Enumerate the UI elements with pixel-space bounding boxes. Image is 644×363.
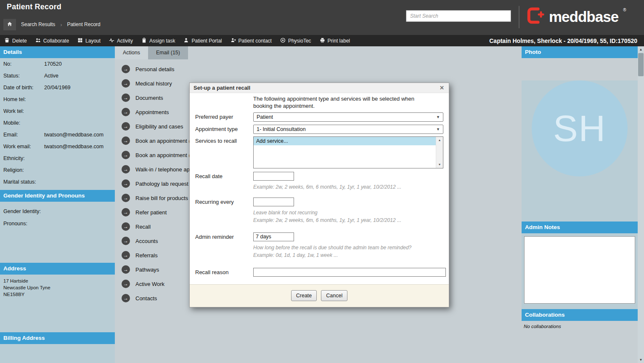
- address-line-1: 17 Hartside: [3, 278, 115, 284]
- tab-actions[interactable]: Actions: [115, 46, 148, 59]
- scroll-up-icon[interactable]: ▲: [638, 46, 644, 53]
- activity-button[interactable]: Activity: [109, 37, 133, 44]
- patient-record-page: Patient Record Search Results › Patient …: [0, 0, 644, 363]
- arrow-circle-icon: →: [122, 194, 130, 202]
- page-scrollbar[interactable]: ▲ ▼: [638, 46, 644, 363]
- center-tabs: Actions Email (15): [115, 46, 522, 59]
- preferred-payer-label: Preferred payer: [195, 112, 253, 122]
- recall-reason-input[interactable]: [253, 268, 446, 277]
- recall-date-label: Recall date: [195, 172, 253, 190]
- recall-modal-footer: Create Cancel: [190, 284, 449, 307]
- preferred-payer-select[interactable]: Patient ▼: [253, 112, 443, 122]
- collaborations-empty-text: No collaborations: [522, 321, 638, 329]
- recurring-every-input[interactable]: [253, 198, 294, 206]
- person-icon: [183, 37, 189, 44]
- toolbar-actions: Delete Collaborate Layout Activity Assig…: [4, 37, 350, 44]
- services-listbox[interactable]: Add service... ▲ ▼: [253, 136, 443, 168]
- preferred-payer-row: Preferred payer Patient ▼: [195, 112, 443, 122]
- appointment-type-select[interactable]: 1- Initial Consultation ▼: [253, 125, 443, 134]
- arrow-circle-icon: →: [122, 222, 130, 231]
- arrow-circle-icon: →: [122, 265, 130, 274]
- cancel-button[interactable]: Cancel: [321, 290, 347, 301]
- field-home-tel: Home tel:: [0, 93, 115, 105]
- header-divider: [519, 6, 519, 28]
- home-button[interactable]: [3, 19, 16, 30]
- recall-modal-title: Set-up a patient recall: [193, 85, 439, 91]
- photo-body: SH: [522, 80, 638, 222]
- address-block: 17 Hartside Newcastle Upon Tyne NE158BY: [0, 275, 115, 298]
- person-contact-icon: [231, 37, 236, 44]
- field-status: Status:Active: [0, 70, 115, 82]
- home-icon: [7, 21, 13, 29]
- field-ethnicity: Ethnicity:: [0, 152, 115, 164]
- field-no: No:170520: [0, 58, 115, 70]
- scroll-up-icon[interactable]: ▲: [436, 137, 443, 144]
- recurring-every-row: Recurring every Leave blank for not recu…: [195, 198, 443, 223]
- scroll-down-icon[interactable]: ▼: [638, 357, 644, 363]
- breadcrumb-item-patient-record[interactable]: Patient Record: [62, 19, 105, 30]
- patient-portal-button[interactable]: Patient Portal: [183, 37, 222, 44]
- recall-date-input[interactable]: [253, 172, 294, 181]
- layout-grid-icon: [77, 37, 83, 44]
- patient-summary: Captain Holmes, Sherlock - 20/04/1969, 5…: [489, 37, 637, 44]
- arrow-circle-icon: →: [122, 208, 130, 216]
- field-mobile: Mobile:: [0, 117, 115, 129]
- field-gender-identity: Gender Identity:: [0, 205, 115, 217]
- patient-toolbar: Delete Collaborate Layout Activity Assig…: [0, 35, 644, 46]
- scroll-down-icon[interactable]: ▼: [436, 161, 443, 168]
- field-date-of-birth: Date of birth:20/04/1969: [0, 82, 115, 93]
- create-button[interactable]: Create: [291, 290, 317, 301]
- photo-section-header: Photo: [522, 46, 638, 58]
- layout-button[interactable]: Layout: [77, 37, 101, 44]
- appointment-type-row: Appointment type 1- Initial Consultation…: [195, 125, 443, 134]
- physiotec-button[interactable]: PhysioTec: [280, 37, 311, 44]
- collaborate-button[interactable]: Collaborate: [35, 37, 69, 44]
- field-religion: Religion:: [0, 164, 115, 176]
- services-to-recall-row: Services to recall Add service... ▲ ▼: [195, 136, 443, 168]
- patient-contact-button[interactable]: Patient contact: [231, 37, 272, 44]
- search-input[interactable]: [406, 10, 511, 22]
- activity-pulse-icon: [109, 37, 114, 44]
- assign-task-button[interactable]: Assign task: [141, 37, 175, 44]
- clipboard-icon: [141, 37, 147, 44]
- arrow-circle-icon: →: [122, 294, 130, 302]
- appointment-type-label: Appointment type: [195, 125, 253, 134]
- field-marital-status: Marital status:: [0, 176, 115, 188]
- admin-reminder-hint-2: Example: 0d, 1d, 1 day, 1w, 1 week ...: [253, 252, 443, 258]
- logo-text: meddbase: [549, 9, 618, 24]
- delete-icon: [4, 37, 10, 44]
- details-section-header: Details: [0, 46, 115, 58]
- add-service-option[interactable]: Add service...: [254, 137, 436, 145]
- arrow-circle-icon: →: [122, 93, 130, 102]
- tab-email[interactable]: Email (15): [148, 46, 188, 59]
- chevron-down-icon: ▼: [436, 115, 440, 119]
- field-email: Email:twatson@meddbase.com: [0, 129, 115, 141]
- details-panel: Details No:170520 Status:Active Date of …: [0, 46, 115, 363]
- physiotec-icon: [280, 37, 286, 44]
- recall-reason-row: Recall reason: [195, 268, 443, 277]
- field-pronouns: Pronouns:: [0, 217, 115, 230]
- recall-date-hint: Example: 2w, 2 weeks, 6m, 6 months, 1y, …: [253, 184, 443, 190]
- breadcrumb-item-search-results[interactable]: Search Results: [16, 19, 60, 30]
- arrow-circle-icon: →: [122, 237, 130, 245]
- recall-date-row: Recall date Example: 2w, 2 weeks, 6m, 6 …: [195, 172, 443, 190]
- recall-intro-text: The following appointment type and servi…: [253, 96, 430, 110]
- arrow-circle-icon: →: [122, 179, 130, 188]
- delete-button[interactable]: Delete: [4, 37, 27, 44]
- action-personal-details[interactable]: →Personal details: [115, 62, 522, 76]
- logo-registered-mark: ®: [623, 8, 626, 12]
- address-section-header: Address: [0, 263, 115, 275]
- field-work-email: Work email:twatson@meddbase.com: [0, 141, 115, 152]
- listbox-scrollbar[interactable]: ▲ ▼: [436, 137, 443, 168]
- arrow-circle-icon: →: [122, 165, 130, 173]
- panel-spacer: [0, 230, 115, 263]
- print-label-button[interactable]: Print label: [320, 37, 350, 44]
- arrow-circle-icon: →: [122, 108, 130, 116]
- recall-reason-label: Recall reason: [195, 268, 253, 277]
- admin-notes-input[interactable]: [524, 236, 635, 304]
- scrollbar-thumb[interactable]: [638, 53, 644, 76]
- admin-reminder-input[interactable]: [253, 232, 294, 241]
- arrow-circle-icon: →: [122, 122, 130, 131]
- close-icon[interactable]: ✕: [439, 85, 445, 91]
- arrow-circle-icon: →: [122, 79, 130, 88]
